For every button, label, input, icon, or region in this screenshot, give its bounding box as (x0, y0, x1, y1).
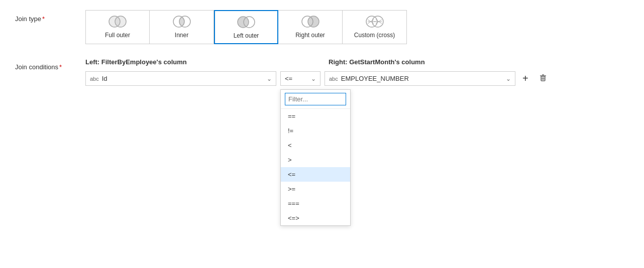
svg-point-3 (115, 16, 126, 27)
right-outer-icon (300, 15, 320, 29)
op-option-strict-eq[interactable]: === (281, 196, 350, 211)
left-field-value: Id (102, 75, 265, 82)
right-chevron-icon: ⌄ (506, 75, 511, 82)
op-option-gt[interactable]: > (281, 153, 350, 167)
right-col-header: Right: GetStartMonth's column (329, 58, 425, 66)
join-conditions-label: Join conditions* (15, 58, 85, 71)
op-chevron-icon: ⌄ (311, 75, 316, 82)
right-column-dropdown[interactable]: abc EMPLOYEE_NUMBER ⌄ (325, 71, 515, 86)
operator-dropdown-wrap: <= ⌄ == != < > <= >= === <=> (280, 71, 320, 86)
op-option-lt[interactable]: < (281, 138, 350, 153)
op-option-gte[interactable]: >= (281, 182, 350, 196)
left-outer-icon (236, 15, 256, 29)
join-type-right-outer[interactable]: Right outer (278, 10, 343, 44)
join-type-label: Join type* (15, 10, 85, 23)
left-column-dropdown[interactable]: abc Id ⌄ (85, 71, 276, 86)
operator-value: <= (285, 75, 309, 82)
trash-icon (539, 73, 548, 82)
op-option-spaceship[interactable]: <=> (281, 211, 350, 225)
left-chevron-icon: ⌄ (267, 75, 272, 82)
operator-dropdown[interactable]: <= ⌄ (280, 71, 320, 86)
join-conditions-content: Left: FilterByEmployee's column Right: G… (85, 58, 629, 86)
add-condition-button[interactable]: + (519, 71, 531, 86)
join-conditions-section: Join conditions* Left: FilterByEmployee'… (15, 58, 629, 86)
full-outer-icon (108, 15, 128, 29)
operator-dropdown-popup: == != < > <= >= === <=> (280, 89, 351, 226)
op-option-eq[interactable]: == (281, 109, 350, 123)
join-type-inner[interactable]: Inner (150, 10, 214, 44)
right-type-badge: abc (329, 76, 338, 82)
inner-icon (172, 15, 192, 29)
custom-cross-icon (365, 15, 385, 29)
filter-input[interactable] (285, 93, 346, 105)
join-type-full-outer[interactable]: Full outer (85, 10, 150, 44)
left-col-header: Left: FilterByEmployee's column (85, 58, 276, 66)
op-option-neq[interactable]: != (281, 123, 350, 138)
condition-row: abc Id ⌄ <= ⌄ == != < > (85, 71, 629, 86)
column-headers: Left: FilterByEmployee's column Right: G… (85, 58, 629, 66)
join-type-custom-cross[interactable]: Custom (cross) (343, 10, 407, 44)
right-field-value: EMPLOYEE_NUMBER (341, 75, 504, 82)
join-type-section: Join type* Full outer Inner (15, 10, 629, 44)
join-type-left-outer[interactable]: Left outer (214, 10, 278, 44)
left-type-badge: abc (90, 76, 99, 82)
filter-input-wrap (281, 90, 350, 109)
join-type-group: Full outer Inner Left outer (85, 10, 407, 44)
op-option-lte[interactable]: <= (281, 167, 350, 182)
delete-condition-button[interactable] (535, 71, 551, 86)
